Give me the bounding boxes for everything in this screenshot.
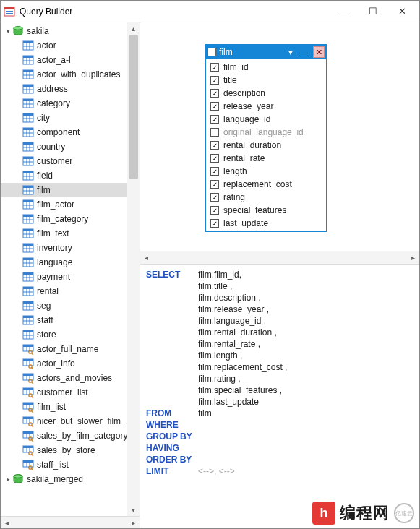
field-checkbox[interactable] xyxy=(210,89,219,98)
select-column[interactable]: film.language_id xyxy=(198,316,261,326)
field-row[interactable]: rating xyxy=(206,191,326,204)
select-all-checkbox[interactable] xyxy=(207,48,216,56)
tree-database[interactable]: ▸sakila_merged xyxy=(1,472,140,486)
tree-table[interactable]: film xyxy=(1,183,140,197)
select-column[interactable]: film.rental_duration xyxy=(198,327,272,337)
tree-table[interactable]: film_category xyxy=(1,212,140,226)
tree-table[interactable]: country xyxy=(1,139,140,154)
sidebar-vertical-scrollbar[interactable]: ▴ ▾ xyxy=(127,22,140,516)
tree-table[interactable]: inventory xyxy=(1,241,140,255)
minimize-button[interactable]: — xyxy=(330,1,359,22)
field-row[interactable]: language_id xyxy=(206,113,326,126)
canvas-horizontal-scrollbar[interactable]: ◂ ▸ xyxy=(140,251,419,264)
select-column[interactable]: film.rating xyxy=(198,374,236,384)
tree-view[interactable]: customer_list xyxy=(1,385,140,400)
field-checkbox[interactable] xyxy=(210,180,219,189)
tree-view[interactable]: actor_info xyxy=(1,356,140,371)
tree-table[interactable]: city xyxy=(1,111,140,125)
tree-table[interactable]: field xyxy=(1,168,140,183)
field-row[interactable]: length xyxy=(206,165,326,178)
field-row[interactable]: last_update xyxy=(206,217,326,230)
scroll-left-icon[interactable]: ◂ xyxy=(1,517,13,529)
field-row[interactable]: description xyxy=(206,87,326,100)
tree-table[interactable]: address xyxy=(1,82,140,96)
tree-table[interactable]: actor_a-l xyxy=(1,53,140,67)
select-column[interactable]: film.description xyxy=(198,293,256,303)
tree-view[interactable]: sales_by_film_category xyxy=(1,429,140,443)
tree-view[interactable]: film_list xyxy=(1,400,140,414)
field-row[interactable]: release_year xyxy=(206,100,326,113)
maximize-button[interactable]: ☐ xyxy=(359,1,387,22)
field-row[interactable]: original_language_id xyxy=(206,126,326,139)
tree-table[interactable]: customer xyxy=(1,154,140,168)
tree-table[interactable]: category xyxy=(1,96,140,111)
svg-rect-47 xyxy=(23,157,33,159)
tree-table[interactable]: component xyxy=(1,125,140,139)
scroll-up-icon[interactable]: ▴ xyxy=(127,22,140,35)
tree-table[interactable]: film_text xyxy=(1,226,140,241)
limit-value[interactable]: <-->, <--> xyxy=(198,465,235,477)
field-checkbox[interactable] xyxy=(210,219,219,228)
svg-line-122 xyxy=(32,368,34,370)
select-column[interactable]: film.last_update xyxy=(198,397,259,407)
scrollbar-thumb[interactable] xyxy=(129,35,138,179)
sql-builder-area[interactable]: SELECT film.film_id , film.title , film.… xyxy=(140,264,419,528)
tree-view[interactable]: staff_list xyxy=(1,457,140,472)
tree-database[interactable]: ▾sakila xyxy=(1,24,140,38)
field-row[interactable]: special_features xyxy=(206,204,326,217)
select-column[interactable]: film.film_id xyxy=(198,269,239,280)
scroll-left-icon[interactable]: ◂ xyxy=(140,251,153,264)
table-box-film[interactable]: film ▼ — ✕ film_idtitledescriptionreleas… xyxy=(205,44,327,232)
select-column[interactable]: film.replacement_cost xyxy=(198,362,283,372)
field-row[interactable]: title xyxy=(206,74,326,87)
field-checkbox[interactable] xyxy=(210,167,219,176)
table-box-header[interactable]: film ▼ — ✕ xyxy=(206,45,326,59)
tree-view[interactable]: actor_full_name xyxy=(1,342,140,356)
scroll-right-icon[interactable]: ▸ xyxy=(127,517,140,529)
scroll-down-icon[interactable]: ▾ xyxy=(127,504,140,516)
field-checkbox[interactable] xyxy=(210,128,219,137)
field-checkbox[interactable] xyxy=(210,154,219,163)
select-column[interactable]: film.special_features xyxy=(198,385,277,395)
select-column[interactable]: film.title xyxy=(198,281,228,291)
tree-view[interactable]: actors_and_movies xyxy=(1,371,140,385)
field-row[interactable]: replacement_cost xyxy=(206,178,326,191)
field-checkbox[interactable] xyxy=(210,102,219,111)
field-name: replacement_cost xyxy=(223,179,292,189)
tree-item-label: customer_list xyxy=(37,387,88,397)
svg-rect-154 xyxy=(23,446,33,448)
field-checkbox[interactable] xyxy=(210,76,219,85)
field-checkbox[interactable] xyxy=(210,115,219,124)
tree-table[interactable]: film_actor xyxy=(1,197,140,212)
table-box-dropdown-icon[interactable]: ▼ xyxy=(284,48,297,56)
tree-table[interactable]: actor xyxy=(1,38,140,53)
field-row[interactable]: rental_rate xyxy=(206,152,326,165)
field-name: special_features xyxy=(223,205,286,215)
tree-table[interactable]: rental xyxy=(1,284,140,298)
field-row[interactable]: film_id xyxy=(206,61,326,74)
tree-table[interactable]: payment xyxy=(1,270,140,284)
tree-table[interactable]: actor_with_duplicates xyxy=(1,67,140,82)
select-column[interactable]: film.release_year xyxy=(198,304,264,314)
table-box-close-icon[interactable]: ✕ xyxy=(313,46,325,58)
database-tree[interactable]: ▾sakilaactoractor_a-lactor_with_duplicat… xyxy=(1,22,140,516)
field-checkbox[interactable] xyxy=(210,206,219,215)
from-table[interactable]: film xyxy=(198,408,212,419)
tree-table[interactable]: staff xyxy=(1,313,140,327)
scroll-right-icon[interactable]: ▸ xyxy=(407,251,419,264)
field-checkbox[interactable] xyxy=(210,193,219,202)
diagram-canvas[interactable]: film ▼ — ✕ film_idtitledescriptionreleas… xyxy=(140,22,419,264)
field-checkbox[interactable] xyxy=(210,63,219,72)
tree-table[interactable]: store xyxy=(1,327,140,342)
tree-table[interactable]: seg xyxy=(1,298,140,313)
close-button[interactable]: ✕ xyxy=(387,1,416,22)
tree-table[interactable]: language xyxy=(1,255,140,270)
select-column[interactable]: film.length xyxy=(198,350,238,361)
tree-view[interactable]: nicer_but_slower_film_ xyxy=(1,414,140,429)
select-column[interactable]: film.rental_rate xyxy=(198,339,255,349)
field-checkbox[interactable] xyxy=(210,141,219,150)
sidebar-horizontal-scrollbar[interactable]: ◂ ▸ xyxy=(1,516,140,528)
tree-view[interactable]: sales_by_store xyxy=(1,443,140,457)
field-row[interactable]: rental_duration xyxy=(206,139,326,152)
table-box-minimize-icon[interactable]: — xyxy=(297,48,310,56)
